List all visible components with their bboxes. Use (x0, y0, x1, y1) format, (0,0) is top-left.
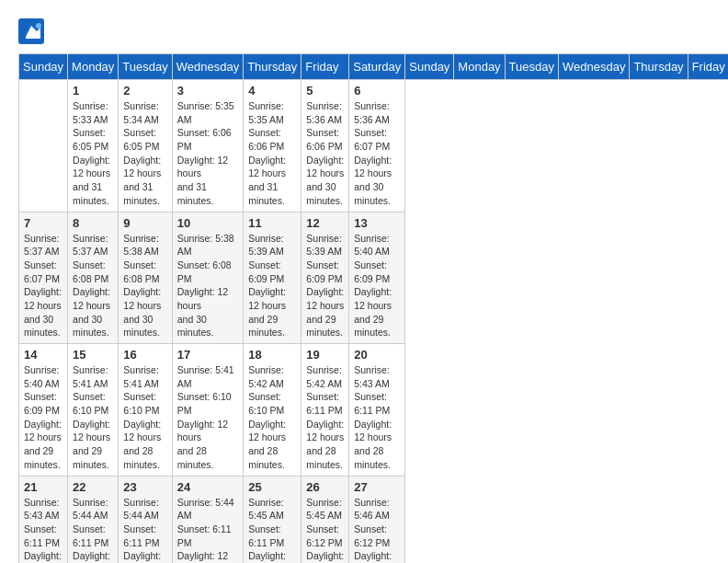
day-info: Sunrise: 5:40 AM Sunset: 6:09 PM Dayligh… (354, 232, 400, 340)
day-of-week-header: Thursday (630, 54, 688, 80)
day-number: 24 (177, 480, 238, 494)
day-of-week-header: Tuesday (119, 54, 172, 80)
calendar-cell: 2Sunrise: 5:34 AM Sunset: 6:05 PM Daylig… (119, 80, 172, 213)
day-info: Sunrise: 5:41 AM Sunset: 6:10 PM Dayligh… (123, 363, 166, 472)
calendar-cell: 16Sunrise: 5:41 AM Sunset: 6:10 PM Dayli… (119, 344, 172, 477)
calendar-cell: 8Sunrise: 5:37 AM Sunset: 6:08 PM Daylig… (68, 212, 119, 344)
day-number: 16 (123, 348, 166, 362)
day-number: 9 (123, 216, 166, 230)
calendar-cell: 13Sunrise: 5:40 AM Sunset: 6:09 PM Dayli… (349, 212, 405, 344)
day-info: Sunrise: 5:37 AM Sunset: 6:08 PM Dayligh… (73, 232, 113, 340)
day-of-week-header: Monday (68, 54, 119, 80)
day-number: 10 (177, 216, 238, 230)
day-number: 26 (306, 480, 344, 494)
day-number: 21 (24, 480, 63, 494)
day-number: 6 (354, 84, 400, 98)
calendar-cell: 24Sunrise: 5:44 AM Sunset: 6:11 PM Dayli… (172, 476, 243, 563)
day-info: Sunrise: 5:36 AM Sunset: 6:07 PM Dayligh… (354, 99, 400, 208)
day-of-week-header: Sunday (405, 54, 454, 80)
day-number: 20 (354, 348, 400, 362)
calendar-cell: 20Sunrise: 5:43 AM Sunset: 6:11 PM Dayli… (349, 344, 405, 477)
day-info: Sunrise: 5:40 AM Sunset: 6:09 PM Dayligh… (24, 363, 63, 472)
calendar-week-row: 1Sunrise: 5:33 AM Sunset: 6:05 PM Daylig… (19, 80, 729, 213)
day-info: Sunrise: 5:44 AM Sunset: 6:11 PM Dayligh… (177, 496, 238, 564)
calendar-week-row: 21Sunrise: 5:43 AM Sunset: 6:11 PM Dayli… (19, 476, 729, 563)
day-number: 4 (248, 84, 296, 98)
day-number: 14 (24, 348, 63, 362)
calendar-cell: 6Sunrise: 5:36 AM Sunset: 6:07 PM Daylig… (349, 80, 405, 213)
day-of-week-header: Friday (301, 54, 349, 80)
day-number: 15 (73, 348, 113, 362)
day-number: 22 (73, 480, 113, 494)
calendar-cell: 10Sunrise: 5:38 AM Sunset: 6:08 PM Dayli… (172, 212, 243, 344)
day-info: Sunrise: 5:35 AM Sunset: 6:06 PM Dayligh… (248, 99, 296, 208)
day-number: 17 (177, 348, 238, 362)
calendar-cell: 1Sunrise: 5:33 AM Sunset: 6:05 PM Daylig… (68, 80, 119, 213)
day-info: Sunrise: 5:36 AM Sunset: 6:06 PM Dayligh… (306, 99, 344, 208)
svg-point-2 (36, 23, 41, 29)
day-info: Sunrise: 5:35 AM Sunset: 6:06 PM Dayligh… (177, 99, 238, 208)
day-info: Sunrise: 5:41 AM Sunset: 6:10 PM Dayligh… (73, 363, 113, 472)
day-info: Sunrise: 5:42 AM Sunset: 6:10 PM Dayligh… (248, 363, 296, 472)
day-info: Sunrise: 5:45 AM Sunset: 6:11 PM Dayligh… (248, 496, 296, 564)
calendar-table: SundayMondayTuesdayWednesdayThursdayFrid… (18, 53, 728, 563)
calendar-cell: 11Sunrise: 5:39 AM Sunset: 6:09 PM Dayli… (244, 212, 301, 344)
day-number: 27 (354, 480, 400, 494)
calendar-cell: 23Sunrise: 5:44 AM Sunset: 6:11 PM Dayli… (119, 476, 172, 563)
day-info: Sunrise: 5:34 AM Sunset: 6:05 PM Dayligh… (123, 99, 166, 208)
day-of-week-header: Friday (688, 54, 728, 80)
day-number: 2 (123, 84, 166, 98)
day-info: Sunrise: 5:43 AM Sunset: 6:11 PM Dayligh… (24, 496, 63, 564)
calendar-cell: 5Sunrise: 5:36 AM Sunset: 6:06 PM Daylig… (301, 80, 349, 213)
calendar-cell: 19Sunrise: 5:42 AM Sunset: 6:11 PM Dayli… (301, 344, 349, 477)
day-of-week-header: Wednesday (172, 54, 243, 80)
day-of-week-header: Tuesday (505, 54, 558, 80)
day-of-week-header: Monday (454, 54, 505, 80)
calendar-cell: 26Sunrise: 5:45 AM Sunset: 6:12 PM Dayli… (301, 476, 349, 563)
calendar-cell: 18Sunrise: 5:42 AM Sunset: 6:10 PM Dayli… (244, 344, 301, 477)
calendar-cell: 25Sunrise: 5:45 AM Sunset: 6:11 PM Dayli… (244, 476, 301, 563)
day-info: Sunrise: 5:33 AM Sunset: 6:05 PM Dayligh… (73, 99, 113, 208)
calendar-cell: 3Sunrise: 5:35 AM Sunset: 6:06 PM Daylig… (172, 80, 243, 213)
calendar-week-row: 7Sunrise: 5:37 AM Sunset: 6:07 PM Daylig… (19, 212, 729, 344)
calendar-week-row: 14Sunrise: 5:40 AM Sunset: 6:09 PM Dayli… (19, 344, 729, 477)
day-number: 11 (248, 216, 296, 230)
day-of-week-header: Wednesday (559, 54, 630, 80)
day-number: 3 (177, 84, 238, 98)
day-info: Sunrise: 5:42 AM Sunset: 6:11 PM Dayligh… (306, 363, 344, 472)
day-info: Sunrise: 5:44 AM Sunset: 6:11 PM Dayligh… (73, 496, 113, 564)
day-info: Sunrise: 5:44 AM Sunset: 6:11 PM Dayligh… (123, 496, 166, 564)
calendar-cell: 7Sunrise: 5:37 AM Sunset: 6:07 PM Daylig… (19, 212, 68, 344)
calendar-cell: 9Sunrise: 5:38 AM Sunset: 6:08 PM Daylig… (119, 212, 172, 344)
day-info: Sunrise: 5:39 AM Sunset: 6:09 PM Dayligh… (248, 232, 296, 340)
day-number: 1 (73, 84, 113, 98)
day-info: Sunrise: 5:39 AM Sunset: 6:09 PM Dayligh… (306, 232, 344, 340)
day-number: 8 (73, 216, 113, 230)
day-of-week-header: Thursday (244, 54, 301, 80)
calendar-cell: 22Sunrise: 5:44 AM Sunset: 6:11 PM Dayli… (68, 476, 119, 563)
calendar-cell: 14Sunrise: 5:40 AM Sunset: 6:09 PM Dayli… (19, 344, 68, 477)
day-number: 13 (354, 216, 400, 230)
day-info: Sunrise: 5:37 AM Sunset: 6:07 PM Dayligh… (24, 232, 63, 340)
calendar-cell: 12Sunrise: 5:39 AM Sunset: 6:09 PM Dayli… (301, 212, 349, 344)
day-of-week-header: Sunday (19, 54, 68, 80)
day-number: 19 (306, 348, 344, 362)
calendar-cell: 27Sunrise: 5:46 AM Sunset: 6:12 PM Dayli… (349, 476, 405, 563)
day-number: 5 (306, 84, 344, 98)
day-number: 25 (248, 480, 296, 494)
day-number: 23 (123, 480, 166, 494)
day-info: Sunrise: 5:45 AM Sunset: 6:12 PM Dayligh… (306, 496, 344, 564)
page-header (18, 18, 710, 44)
calendar-cell: 15Sunrise: 5:41 AM Sunset: 6:10 PM Dayli… (68, 344, 119, 477)
day-info: Sunrise: 5:38 AM Sunset: 6:08 PM Dayligh… (123, 232, 166, 340)
day-info: Sunrise: 5:43 AM Sunset: 6:11 PM Dayligh… (354, 363, 400, 472)
calendar-cell (19, 80, 68, 213)
day-info: Sunrise: 5:41 AM Sunset: 6:10 PM Dayligh… (177, 363, 238, 472)
day-number: 7 (24, 216, 63, 230)
calendar-cell: 17Sunrise: 5:41 AM Sunset: 6:10 PM Dayli… (172, 344, 243, 477)
calendar-header-row: SundayMondayTuesdayWednesdayThursdayFrid… (19, 54, 729, 80)
day-number: 18 (248, 348, 296, 362)
day-of-week-header: Saturday (349, 54, 405, 80)
day-info: Sunrise: 5:38 AM Sunset: 6:08 PM Dayligh… (177, 232, 238, 340)
day-number: 12 (306, 216, 344, 230)
